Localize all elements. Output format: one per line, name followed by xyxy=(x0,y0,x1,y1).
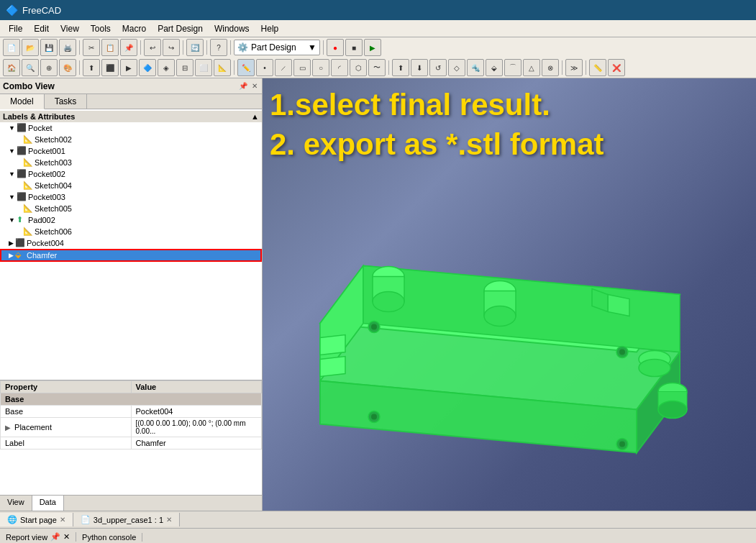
prop-value-label[interactable]: Chamfer xyxy=(131,437,262,450)
tab-start-page[interactable]: 🌐 Start page ✕ xyxy=(0,513,73,526)
expand-arrow-pocket003[interactable]: ▼ xyxy=(9,193,15,201)
left-panel: Combo View 📌 ✕ Model Tasks Labels & Attr… xyxy=(0,78,263,511)
print-button[interactable]: 🖨️ xyxy=(59,39,76,56)
open-button[interactable]: 📂 xyxy=(22,39,39,56)
prop-value-base[interactable]: Pocket004 xyxy=(131,406,262,418)
toolbar-row-1: 📄 📂 💾 🖨️ ✂ 📋 📌 ↩ ↪ 🔄 ? ⚙️ Part Design ▼ … xyxy=(0,37,756,58)
groove-button[interactable]: 🔩 xyxy=(467,59,484,76)
fit-selection-button[interactable]: ⊕ xyxy=(40,59,58,76)
clear-measure-button[interactable]: ❌ xyxy=(608,59,625,76)
point-button[interactable]: • xyxy=(256,59,273,76)
tree-item-sketch004[interactable]: 📐 Sketch004 xyxy=(0,180,262,191)
tree-item-sketch003[interactable]: 📐 Sketch003 xyxy=(0,157,262,168)
prop-value-placement[interactable]: [(0.00 0.00 1.00); 0.00 °; (0.00 mm 0.00… xyxy=(131,418,262,437)
tree-scroll-indicator: ▲ xyxy=(251,112,259,121)
tree-item-pocket[interactable]: ▼ ⬛ Pocket xyxy=(0,122,262,134)
sketch005-label: Sketch005 xyxy=(35,204,72,213)
menu-view[interactable]: View xyxy=(55,22,85,35)
expand-arrow-pad002[interactable]: ▼ xyxy=(9,216,15,224)
expand-arrow-pocket004[interactable]: ▶ xyxy=(9,239,14,247)
menu-macro[interactable]: Macro xyxy=(117,22,152,35)
pocket004-label: Pocket004 xyxy=(27,239,64,247)
more-button[interactable]: ≫ xyxy=(565,59,583,76)
tab-model[interactable]: Model xyxy=(0,94,45,109)
circle-button[interactable]: ○ xyxy=(312,59,329,76)
menu-windows[interactable]: Windows xyxy=(209,22,255,35)
top-view-button[interactable]: ⬆ xyxy=(83,59,100,76)
revolution-button[interactable]: ↺ xyxy=(429,59,447,76)
start-page-close[interactable]: ✕ xyxy=(60,516,65,524)
texture-button[interactable]: ⬜ xyxy=(195,59,212,76)
sketch-button[interactable]: ✏️ xyxy=(237,59,255,76)
boolean-button[interactable]: ⊗ xyxy=(542,59,559,76)
refresh-button[interactable]: 🔄 xyxy=(186,39,204,56)
tree-item-pocket001[interactable]: ▼ ⬛ Pocket001 xyxy=(0,145,262,157)
undo-button[interactable]: ↩ xyxy=(144,39,161,56)
tree-item-pocket003[interactable]: ▼ ⬛ Pocket003 xyxy=(0,191,262,203)
play-button[interactable]: ▶ xyxy=(364,39,381,56)
stop-button[interactable]: ■ xyxy=(345,39,363,56)
section-button[interactable]: ⊟ xyxy=(176,59,193,76)
draw-style-button[interactable]: 🎨 xyxy=(59,59,76,76)
menu-edit[interactable]: Edit xyxy=(28,22,55,35)
fillet-button[interactable]: ⌒ xyxy=(504,59,522,76)
home-view-button[interactable]: 🏠 xyxy=(3,59,20,76)
tree-section-header: Labels & Attributes ▲ xyxy=(0,111,262,122)
tree-item-pocket002[interactable]: ▼ ⬛ Pocket002 xyxy=(0,168,262,180)
file-close[interactable]: ✕ xyxy=(166,516,172,524)
sketch003-label: Sketch003 xyxy=(35,158,72,167)
menu-file[interactable]: File xyxy=(3,22,28,35)
redo-button[interactable]: ↪ xyxy=(163,39,180,56)
pocket-btn[interactable]: ⬇ xyxy=(411,59,428,76)
report-pin-icon[interactable]: 📌 xyxy=(50,532,60,542)
menu-help[interactable]: Help xyxy=(255,22,285,35)
tab-tasks[interactable]: Tasks xyxy=(45,94,88,109)
tree-area[interactable]: Labels & Attributes ▲ ▼ ⬛ Pocket 📐 Sketc… xyxy=(0,109,262,380)
iso-view-button[interactable]: 🔷 xyxy=(139,59,156,76)
tab-3d-file[interactable]: 📄 3d_upper_case1 : 1 ✕ xyxy=(73,513,180,526)
viewport[interactable]: 1.select final result. 2. export as *.st… xyxy=(263,78,756,511)
measure-button[interactable]: 📐 xyxy=(214,59,231,76)
tree-item-pocket004[interactable]: ▶ ⬛ Pocket004 xyxy=(0,237,262,249)
record-button[interactable]: ● xyxy=(327,39,344,56)
save-button[interactable]: 💾 xyxy=(40,39,58,56)
expand-arrow-pocket002[interactable]: ▼ xyxy=(9,170,15,178)
arc-button[interactable]: ◜ xyxy=(331,59,348,76)
tab-data[interactable]: Data xyxy=(32,496,64,511)
tree-item-sketch005[interactable]: 📐 Sketch005 xyxy=(0,203,262,214)
poly-button[interactable]: ⬡ xyxy=(350,59,367,76)
right-view-button[interactable]: ▶ xyxy=(120,59,137,76)
expand-arrow-chamfer[interactable]: ▶ xyxy=(9,252,14,259)
tree-item-sketch006[interactable]: 📐 Sketch006 xyxy=(0,226,262,237)
prop-name-label: Label xyxy=(1,437,132,450)
line-button[interactable]: ⟋ xyxy=(275,59,292,76)
draft-button[interactable]: △ xyxy=(523,59,540,76)
rect-button[interactable]: ▭ xyxy=(293,59,311,76)
menu-tools[interactable]: Tools xyxy=(85,22,117,35)
tree-item-chamfer[interactable]: ▶ ⬙ Chamfer xyxy=(0,249,262,262)
expand-icon[interactable]: ▶ xyxy=(5,424,11,432)
spline-button[interactable]: 〜 xyxy=(368,59,386,76)
paste-button[interactable]: 📌 xyxy=(120,39,137,56)
copy-button[interactable]: 📋 xyxy=(101,39,119,56)
cut-button[interactable]: ✂ xyxy=(83,39,100,56)
report-close-icon[interactable]: ✕ xyxy=(63,532,70,542)
combo-pin-button[interactable]: 📌 xyxy=(237,82,249,90)
new-button[interactable]: 📄 xyxy=(3,39,20,56)
front-view-button[interactable]: ⬛ xyxy=(101,59,119,76)
expand-arrow-pocket[interactable]: ▼ xyxy=(9,124,15,132)
workbench-dropdown[interactable]: ⚙️ Part Design ▼ xyxy=(234,40,320,55)
measure2-button[interactable]: 📏 xyxy=(589,59,606,76)
fit-all-button[interactable]: 🔍 xyxy=(22,59,39,76)
perspective-button[interactable]: ◈ xyxy=(158,59,175,76)
tab-view[interactable]: View xyxy=(0,496,32,511)
help-button[interactable]: ? xyxy=(210,39,227,56)
menu-partdesign[interactable]: Part Design xyxy=(152,22,209,35)
pad-button[interactable]: ⬆ xyxy=(392,59,409,76)
chamfer-toolbar-button[interactable]: ⬙ xyxy=(486,59,503,76)
tree-item-pad002[interactable]: ▼ ⬆ Pad002 xyxy=(0,214,262,226)
loft-button[interactable]: ◇ xyxy=(448,59,465,76)
combo-close-button[interactable]: ✕ xyxy=(250,82,259,90)
expand-arrow-pocket001[interactable]: ▼ xyxy=(9,147,15,155)
tree-item-sketch002[interactable]: 📐 Sketch002 xyxy=(0,134,262,145)
